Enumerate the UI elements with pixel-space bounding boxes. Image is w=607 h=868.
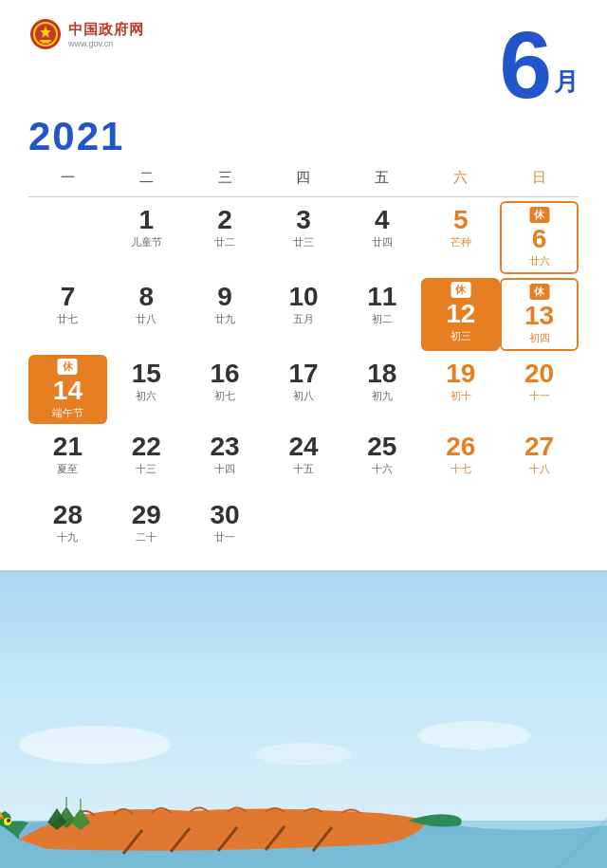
day-16: 16 初七 xyxy=(186,355,265,424)
day-8: 8 廿八 xyxy=(107,278,186,351)
weekday-mon: 一 xyxy=(28,165,107,191)
day-18: 18 初九 xyxy=(342,355,421,424)
weekday-thu: 四 xyxy=(265,165,343,191)
day-21: 21 夏至 xyxy=(28,428,107,492)
empty-3 xyxy=(342,496,421,561)
empty-cell-1 xyxy=(28,201,107,274)
logo-url: www.gov.cn xyxy=(68,39,144,48)
day-number-22: 22 xyxy=(132,434,161,460)
day-lunar-2: 廿二 xyxy=(214,235,235,249)
day-19: 19 初十 xyxy=(421,355,500,424)
day-24: 24 十五 xyxy=(265,428,343,492)
day-lunar-5: 芒种 xyxy=(451,235,471,249)
day-27: 27 十八 xyxy=(500,428,579,492)
day-2: 2 廿二 xyxy=(186,201,265,274)
logo-title: 中国政府网 xyxy=(68,21,144,39)
day-22: 22 十三 xyxy=(107,428,186,492)
day-number-28: 28 xyxy=(53,502,83,528)
day-14: 休 14 端午节 xyxy=(28,355,107,424)
day-lunar-16: 初七 xyxy=(214,389,235,403)
day-25: 25 十六 xyxy=(342,428,421,492)
day-lunar-12: 初三 xyxy=(451,329,471,343)
day-number-25: 25 xyxy=(367,434,396,460)
day-number-14: 14 xyxy=(53,378,83,404)
day-lunar-17: 初八 xyxy=(293,389,314,403)
day-number-19: 19 xyxy=(446,360,475,387)
day-number-21: 21 xyxy=(53,434,83,460)
day-lunar-1: 儿童节 xyxy=(131,235,162,249)
day-29: 29 二十 xyxy=(107,496,186,561)
day-number-29: 29 xyxy=(132,502,161,528)
bottom-section xyxy=(0,570,607,868)
day-number-20: 20 xyxy=(524,360,554,387)
day-number-7: 7 xyxy=(61,284,76,310)
holiday-badge-12: 休 xyxy=(451,282,470,298)
day-11: 11 初二 xyxy=(342,278,421,351)
day-lunar-13: 初四 xyxy=(529,331,550,345)
day-number-15: 15 xyxy=(132,360,161,387)
weekday-fri: 五 xyxy=(342,165,421,191)
page-wrapper: 中国政府网 www.gov.cn 6 月 2021 一 二 三 四 五 六 日 xyxy=(0,0,607,868)
svg-rect-5 xyxy=(42,42,49,44)
government-emblem-icon xyxy=(28,17,63,51)
day-lunar-19: 初十 xyxy=(451,389,471,403)
day-lunar-18: 初九 xyxy=(372,389,393,403)
day-lunar-27: 十八 xyxy=(529,462,550,476)
day-10: 10 五月 xyxy=(265,278,343,351)
logo-text-area: 中国政府网 www.gov.cn xyxy=(68,21,144,48)
day-28: 28 十九 xyxy=(28,496,107,561)
empty-2 xyxy=(265,496,343,561)
svg-rect-4 xyxy=(40,40,51,42)
day-number-1: 1 xyxy=(138,207,154,233)
day-lunar-10: 五月 xyxy=(293,312,314,326)
day-number-17: 17 xyxy=(288,360,318,387)
empty-4 xyxy=(421,496,500,561)
day-9: 9 廿九 xyxy=(186,278,265,351)
day-lunar-11: 初二 xyxy=(372,312,393,326)
day-6: 休 6 廿六 xyxy=(500,201,579,274)
weekday-tue: 二 xyxy=(107,165,186,191)
header-row: 中国政府网 www.gov.cn 6 月 xyxy=(28,17,579,112)
empty-5 xyxy=(500,496,579,561)
day-15: 15 初六 xyxy=(107,355,186,424)
day-lunar-26: 十七 xyxy=(451,462,471,476)
day-lunar-22: 十三 xyxy=(136,462,156,476)
day-7: 7 廿七 xyxy=(28,278,107,351)
weekdays-row: 一 二 三 四 五 六 日 xyxy=(28,165,579,197)
svg-point-6 xyxy=(19,726,171,764)
day-13: 休 13 初四 xyxy=(500,278,579,351)
day-lunar-23: 十四 xyxy=(214,462,235,476)
day-number-18: 18 xyxy=(367,360,396,387)
day-12: 休 12 初三 xyxy=(421,278,500,351)
day-lunar-4: 廿四 xyxy=(372,235,393,249)
dragon-boat-scene xyxy=(0,716,607,868)
day-23: 23 十四 xyxy=(186,428,265,492)
day-number-23: 23 xyxy=(211,434,240,460)
weekday-sun: 日 xyxy=(500,165,579,191)
day-number-13: 13 xyxy=(524,303,554,329)
day-20: 20 十一 xyxy=(500,355,579,424)
day-lunar-14: 端午节 xyxy=(52,406,83,420)
calendar-grid: 1 儿童节 2 廿二 3 廿三 4 廿四 5 芒种 休 6 xyxy=(28,201,579,561)
day-3: 3 廿三 xyxy=(265,201,343,274)
day-lunar-21: 夏至 xyxy=(57,462,78,476)
year-text: 2021 xyxy=(28,114,124,159)
weekday-wed: 三 xyxy=(186,165,265,191)
day-number-8: 8 xyxy=(138,284,154,310)
day-lunar-15: 初六 xyxy=(136,389,156,403)
day-30: 30 廿一 xyxy=(186,496,265,561)
day-number-4: 4 xyxy=(375,207,390,233)
day-number-26: 26 xyxy=(446,434,475,460)
day-lunar-28: 十九 xyxy=(57,530,78,545)
calendar-section: 中国政府网 www.gov.cn 6 月 2021 一 二 三 四 五 六 日 xyxy=(0,0,607,570)
day-number-27: 27 xyxy=(524,434,554,460)
logo-area: 中国政府网 www.gov.cn xyxy=(28,17,144,51)
day-number-2: 2 xyxy=(217,207,232,233)
day-lunar-25: 十六 xyxy=(372,462,393,476)
day-lunar-24: 十五 xyxy=(293,462,314,476)
day-lunar-29: 二十 xyxy=(136,530,156,545)
weekday-sat: 六 xyxy=(421,165,500,191)
month-number: 6 xyxy=(499,17,552,112)
holiday-badge-6: 休 xyxy=(529,207,549,223)
day-number-30: 30 xyxy=(211,502,240,528)
